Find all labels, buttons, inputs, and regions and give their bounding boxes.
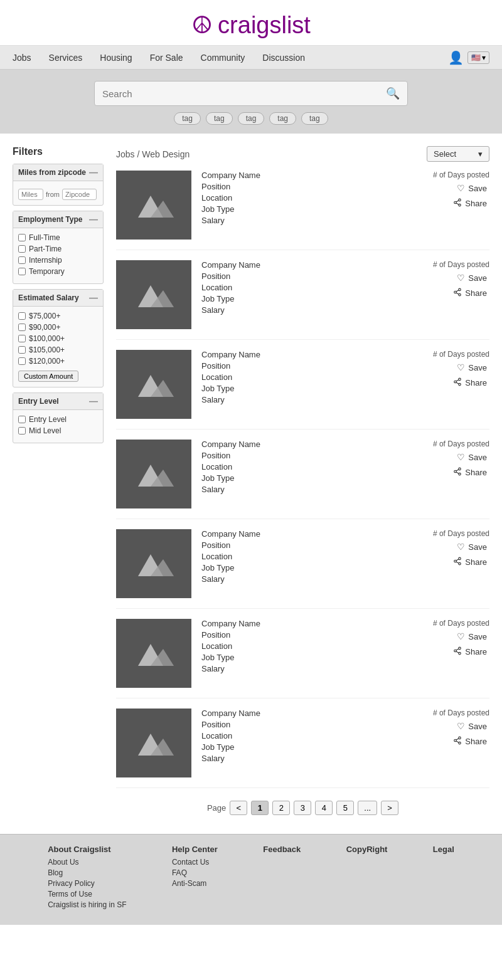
filter-zipcode-toggle[interactable]: —: [89, 167, 98, 177]
heart-icon-6: ♡: [457, 631, 465, 641]
footer-feedback-title: Feedback: [263, 845, 301, 854]
nav-discussion[interactable]: Discussion: [262, 53, 305, 63]
page-ellipsis[interactable]: ...: [358, 801, 377, 815]
logo[interactable]: ☮ craigslist: [0, 11, 502, 39]
share-button-4[interactable]: Share: [451, 466, 489, 479]
footer-hiring[interactable]: Craigslist is hiring in SF: [48, 900, 126, 909]
save-button-4[interactable]: ♡ Save: [454, 451, 489, 463]
checkbox-parttime[interactable]: Part-Time: [18, 245, 98, 253]
svg-point-5: [454, 201, 457, 204]
checkbox-internship[interactable]: Internship: [18, 256, 98, 265]
svg-point-58: [459, 737, 461, 739]
svg-point-50: [454, 650, 457, 652]
footer-faq[interactable]: FAQ: [172, 868, 218, 877]
svg-line-34: [456, 472, 459, 473]
share-icon-6: [453, 646, 462, 657]
page-4-button[interactable]: 4: [315, 801, 333, 815]
job-thumbnail-4[interactable]: [116, 440, 191, 508]
checkbox-temporary[interactable]: Temporary: [18, 267, 98, 276]
sort-select[interactable]: Select ▾: [427, 146, 489, 162]
position-7: Position: [201, 720, 410, 729]
checkbox-mid-level[interactable]: Mid Level: [18, 426, 98, 435]
from-label: from: [46, 191, 60, 198]
job-thumbnail-1[interactable]: [116, 171, 191, 240]
search-input[interactable]: [102, 88, 386, 99]
company-name-4: Company Name: [201, 440, 410, 449]
search-icon[interactable]: 🔍: [386, 87, 400, 100]
share-button-2[interactable]: Share: [451, 287, 489, 300]
job-card-7: Company Name Position Location Job Type …: [116, 709, 489, 788]
share-button-3[interactable]: Share: [451, 376, 489, 389]
tag-2[interactable]: tag: [206, 112, 233, 125]
page-next-button[interactable]: >: [381, 801, 398, 815]
page-5-button[interactable]: 5: [336, 801, 354, 815]
save-button-3[interactable]: ♡ Save: [454, 361, 489, 374]
filter-salary-toggle[interactable]: —: [89, 293, 98, 303]
user-icon[interactable]: 👤: [448, 50, 464, 65]
job-info-2: Company Name Position Location Job Type …: [201, 260, 410, 317]
svg-point-41: [454, 560, 457, 562]
checkbox-90k[interactable]: $90,000+: [18, 323, 98, 332]
job-type-3: Job Type: [201, 384, 410, 393]
page-3-button[interactable]: 3: [294, 801, 311, 815]
days-posted-1: # of Days posted: [433, 171, 489, 179]
checkbox-100k[interactable]: $100,000+: [18, 334, 98, 343]
page-1-button[interactable]: 1: [251, 801, 269, 815]
page-prev-button[interactable]: <: [230, 801, 247, 815]
save-button-5[interactable]: ♡ Save: [454, 540, 489, 553]
footer-about-us[interactable]: About Us: [48, 858, 126, 867]
custom-amount-button[interactable]: Custom Amount: [18, 371, 78, 382]
save-button-6[interactable]: ♡ Save: [454, 630, 489, 643]
checkbox-105k[interactable]: $105,000+: [18, 345, 98, 354]
checkbox-75k[interactable]: $75,000+: [18, 312, 98, 320]
share-button-1[interactable]: Share: [451, 197, 489, 210]
miles-input[interactable]: [18, 189, 43, 200]
salary-4: Salary: [201, 485, 410, 494]
share-button-5[interactable]: Share: [451, 556, 489, 569]
job-thumbnail-6[interactable]: [116, 619, 191, 688]
job-thumbnail-5[interactable]: [116, 529, 191, 598]
nav-jobs[interactable]: Jobs: [13, 53, 31, 63]
zipcode-input[interactable]: [62, 189, 97, 200]
job-thumbnail-3[interactable]: [116, 350, 191, 419]
breadcrumb-jobs[interactable]: Jobs: [116, 149, 135, 159]
nav-for-sale[interactable]: For Sale: [150, 53, 183, 63]
tag-4[interactable]: tag: [269, 112, 296, 125]
footer-terms[interactable]: Terms of Use: [48, 890, 126, 898]
footer-privacy[interactable]: Privacy Policy: [48, 879, 126, 888]
job-actions-1: # of Days posted ♡ Save Share: [420, 171, 489, 210]
nav-services[interactable]: Services: [49, 53, 83, 63]
tag-1[interactable]: tag: [174, 112, 201, 125]
save-button-1[interactable]: ♡ Save: [454, 182, 489, 194]
nav-community[interactable]: Community: [201, 53, 245, 63]
main-content: Filters Miles from zipcode — from Employ…: [0, 134, 502, 834]
checkbox-entry-level[interactable]: Entry Level: [18, 415, 98, 424]
page-2-button[interactable]: 2: [272, 801, 290, 815]
share-button-6[interactable]: Share: [451, 645, 489, 658]
nav-housing[interactable]: Housing: [100, 53, 132, 63]
checkbox-120k[interactable]: $120,000+: [18, 357, 98, 366]
job-thumbnail-7[interactable]: [116, 709, 191, 777]
footer-blog[interactable]: Blog: [48, 868, 126, 877]
language-button[interactable]: 🇺🇸 ▾: [467, 51, 489, 64]
share-label-3: Share: [465, 378, 487, 387]
footer-about-title: About Craigslist: [48, 845, 126, 854]
filter-employment-toggle[interactable]: —: [89, 214, 98, 224]
svg-point-4: [459, 199, 461, 201]
footer-col-help: Help Center Contact Us FAQ Anti-Scam: [172, 845, 218, 911]
tag-5[interactable]: tag: [301, 112, 328, 125]
tag-3[interactable]: tag: [238, 112, 265, 125]
filter-entry-toggle[interactable]: —: [89, 396, 98, 406]
save-button-7[interactable]: ♡ Save: [454, 720, 489, 732]
position-3: Position: [201, 361, 410, 371]
footer-antiscam[interactable]: Anti-Scam: [172, 879, 218, 888]
share-button-7[interactable]: Share: [451, 735, 489, 748]
footer-contact[interactable]: Contact Us: [172, 858, 218, 867]
svg-line-43: [456, 562, 459, 563]
checkbox-fulltime[interactable]: Full-Time: [18, 233, 98, 242]
save-button-2[interactable]: ♡ Save: [454, 271, 489, 284]
job-thumbnail-2[interactable]: [116, 260, 191, 329]
filter-zipcode-header: Miles from zipcode —: [13, 164, 103, 181]
location-4: Location: [201, 462, 410, 472]
job-type-1: Job Type: [201, 204, 410, 214]
